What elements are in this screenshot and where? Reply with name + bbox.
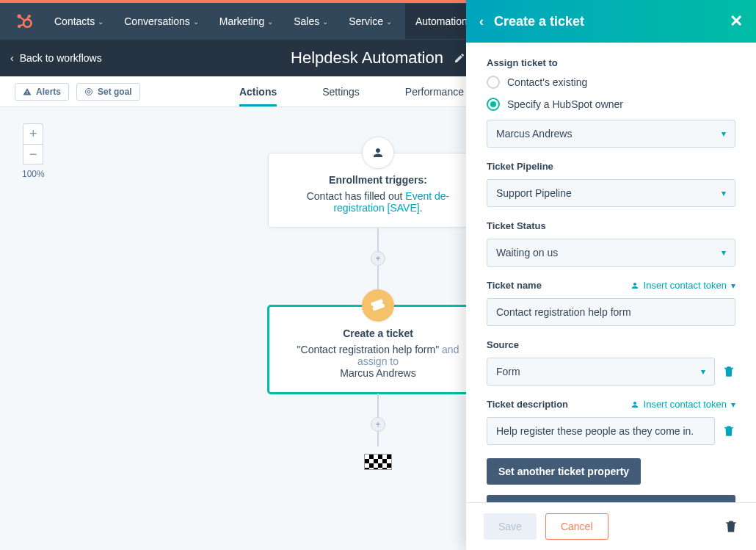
action-quoted: "Contact registration help form" bbox=[297, 344, 440, 355]
person-icon bbox=[630, 281, 639, 290]
description-label: Ticket description bbox=[487, 399, 568, 410]
action-assignee: Marcus Andrews bbox=[283, 367, 473, 379]
trash-icon[interactable] bbox=[722, 424, 735, 438]
caret-down-icon: ▾ bbox=[701, 366, 705, 377]
panel-body: Assign ticket to Contact's existing Spec… bbox=[466, 43, 756, 502]
chevron-down-icon: ⌄ bbox=[322, 18, 328, 26]
person-icon bbox=[371, 146, 385, 159]
source-label: Source bbox=[487, 339, 735, 350]
zoom-in-button[interactable]: + bbox=[23, 123, 43, 144]
caret-down-icon: ▾ bbox=[731, 281, 735, 291]
workflow-flow: Enrollment triggers: Contact has filled … bbox=[268, 137, 488, 470]
chevron-down-icon: ⌄ bbox=[193, 18, 199, 26]
page-title: Helpdesk Automation bbox=[291, 48, 465, 68]
person-icon bbox=[630, 400, 639, 409]
radio-icon bbox=[487, 98, 500, 111]
svg-line-4 bbox=[20, 17, 26, 21]
finish-flag bbox=[364, 454, 392, 470]
radio-icon bbox=[487, 76, 500, 89]
trigger-node-icon bbox=[362, 137, 394, 169]
trigger-title: Enrollment triggers: bbox=[329, 174, 427, 186]
status-label: Ticket Status bbox=[487, 220, 735, 231]
panel-header: ‹ Create a ticket ✕ bbox=[466, 0, 756, 43]
svg-point-9 bbox=[89, 91, 90, 92]
action-title: Create a ticket bbox=[343, 328, 413, 339]
alerts-button[interactable]: Alerts bbox=[15, 83, 69, 101]
nav-sales[interactable]: Sales⌄ bbox=[294, 15, 328, 27]
nav-service[interactable]: Service⌄ bbox=[349, 15, 392, 27]
add-step-button[interactable]: + bbox=[371, 417, 385, 432]
additional-action-button[interactable] bbox=[487, 495, 735, 502]
connector bbox=[377, 394, 379, 417]
connector bbox=[377, 228, 379, 251]
radio-specify-owner[interactable]: Specify a HubSpot owner bbox=[487, 98, 735, 111]
svg-line-5 bbox=[27, 17, 28, 20]
chevron-down-icon: ⌄ bbox=[267, 18, 273, 26]
panel-title: Create a ticket bbox=[494, 14, 584, 29]
owner-select[interactable]: Marcus Andrews▾ bbox=[487, 120, 735, 148]
chevron-down-icon: ⌄ bbox=[386, 18, 392, 26]
caret-down-icon: ▾ bbox=[731, 399, 735, 410]
panel-footer: Save Cancel bbox=[466, 502, 756, 550]
description-input[interactable]: Help register these people as they come … bbox=[487, 417, 715, 445]
tab-performance[interactable]: Performance bbox=[405, 76, 464, 106]
ticket-icon bbox=[371, 298, 385, 313]
zoom-level: 100% bbox=[22, 169, 45, 179]
pipeline-select[interactable]: Support Pipeline▾ bbox=[487, 179, 735, 207]
trigger-text: Contact has filled out bbox=[307, 190, 406, 202]
zoom-control: + − 100% bbox=[22, 123, 45, 179]
set-another-property-button[interactable]: Set another ticket property bbox=[487, 458, 641, 485]
caret-down-icon: ▾ bbox=[722, 129, 726, 139]
create-ticket-panel: ‹ Create a ticket ✕ Assign ticket to Con… bbox=[466, 0, 756, 550]
chevron-down-icon: ⌄ bbox=[98, 18, 103, 26]
target-icon bbox=[84, 87, 93, 96]
panel-back-button[interactable]: ‹ bbox=[479, 14, 484, 29]
ticket-name-input[interactable]: Contact registration help form bbox=[487, 298, 735, 326]
alert-icon bbox=[23, 87, 32, 96]
edit-icon[interactable] bbox=[454, 52, 465, 64]
add-step-button[interactable]: + bbox=[371, 251, 385, 266]
caret-down-icon: ▾ bbox=[722, 247, 726, 258]
radio-contacts-existing[interactable]: Contact's existing bbox=[487, 76, 735, 89]
connector bbox=[377, 266, 379, 289]
chevron-left-icon: ‹ bbox=[10, 52, 14, 64]
ticket-name-label: Ticket name bbox=[487, 280, 542, 291]
hubspot-logo[interactable] bbox=[15, 12, 34, 31]
caret-down-icon: ▾ bbox=[722, 188, 726, 198]
trash-icon[interactable] bbox=[724, 519, 738, 534]
source-select[interactable]: Form▾ bbox=[487, 358, 715, 386]
assign-label: Assign ticket to bbox=[487, 57, 735, 68]
nav-conversations[interactable]: Conversations⌄ bbox=[124, 15, 199, 27]
insert-token-link[interactable]: Insert contact token ▾ bbox=[630, 399, 735, 410]
insert-token-link[interactable]: Insert contact token ▾ bbox=[630, 280, 735, 291]
connector bbox=[377, 432, 379, 446]
back-to-workflows[interactable]: ‹ Back to workflows bbox=[10, 52, 102, 64]
zoom-out-button[interactable]: − bbox=[23, 144, 43, 164]
tab-actions[interactable]: Actions bbox=[239, 76, 277, 106]
nav-marketing[interactable]: Marketing⌄ bbox=[219, 15, 273, 27]
panel-close-button[interactable]: ✕ bbox=[730, 12, 743, 31]
trigger-suffix: . bbox=[420, 202, 423, 214]
trash-icon[interactable] bbox=[722, 365, 735, 378]
action-node-icon bbox=[362, 289, 394, 322]
nav-contacts[interactable]: Contacts⌄ bbox=[54, 15, 103, 27]
tab-settings[interactable]: Settings bbox=[322, 76, 360, 106]
save-button[interactable]: Save bbox=[484, 513, 537, 540]
pipeline-label: Ticket Pipeline bbox=[487, 161, 735, 172]
status-select[interactable]: Waiting on us▾ bbox=[487, 239, 735, 267]
cancel-button[interactable]: Cancel bbox=[545, 513, 608, 540]
set-goal-button[interactable]: Set goal bbox=[76, 83, 140, 101]
